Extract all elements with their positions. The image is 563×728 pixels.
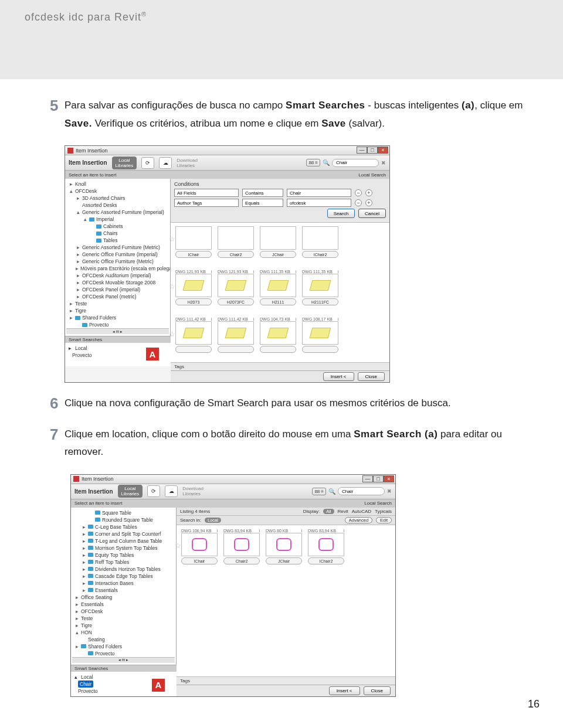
tree-item[interactable]: ▸Equity Top Tables (72, 552, 175, 559)
thumbnail[interactable]: DWG 121,93 KBiH2073FC (218, 270, 254, 305)
refresh-icon[interactable]: ⟳ (141, 157, 154, 169)
cloud-icon[interactable]: ☁ (159, 157, 172, 169)
insert-button[interactable]: Insert < (323, 372, 354, 381)
tree-item[interactable]: ▸OFCDesk Panel (imperial) (66, 286, 169, 293)
thumbnail[interactable]: DWG 111,35 KBiH2111FC (302, 270, 338, 305)
tree-item[interactable]: ▸Shared Folders (66, 314, 169, 321)
tree-item[interactable]: ▸Cascade Edge Top Tables (72, 573, 175, 580)
minimize-button[interactable]: — (357, 147, 367, 154)
smart-searches-list[interactable]: A ▸LocalProvecto (65, 343, 171, 366)
search-button[interactable]: Search (327, 209, 355, 218)
thumbnail[interactable]: Chair2 (218, 226, 254, 258)
thumbnail[interactable]: DWG 121,93 KBi☆H2073 (175, 270, 212, 305)
thumbnail[interactable]: ☆IChair (175, 226, 212, 258)
tree-item[interactable]: Seating (72, 636, 175, 643)
thumbnail[interactable]: IChair2 (302, 226, 338, 258)
tree-item[interactable]: ▸Corner and Split Top Counterf (72, 530, 175, 538)
cloud-icon[interactable]: ☁ (165, 485, 178, 497)
insert-button[interactable]: Insert < (329, 686, 360, 695)
minimize-button[interactable]: — (362, 475, 373, 482)
local-libraries-button[interactable]: Local Libraries (112, 157, 137, 169)
tree-item[interactable]: ▸C-Leg Base Tables (72, 523, 175, 530)
add-condition-icon[interactable]: + (365, 199, 372, 206)
display-autocad[interactable]: AutoCAD (352, 509, 371, 514)
tree-item[interactable]: Rounded Square Table (72, 516, 175, 523)
tree-item[interactable]: Square Table (72, 509, 175, 516)
tree-item[interactable]: ▸Essentials (72, 587, 175, 594)
close-button[interactable]: × (384, 475, 394, 482)
thumbnail[interactable]: DWG 111,42 KBi☆ (175, 317, 212, 353)
h-scrollbar[interactable]: ◂ m ▸ (72, 657, 175, 663)
tree-item[interactable]: ▴OFCDesk (66, 188, 169, 195)
tree-item[interactable]: ▴HON (72, 629, 175, 636)
tree-item[interactable]: ▸OFCDesk Auditorium (imperial) (66, 272, 169, 279)
thumbnail[interactable]: DWG 111,35 KBiH2111 (260, 270, 296, 305)
condition-op-select[interactable]: Contains (242, 189, 283, 197)
thumbnail[interactable]: JChair (260, 226, 296, 258)
tree-item[interactable]: ▸Essentials (72, 601, 175, 608)
thumbnail[interactable]: DWG 83,94 KBiIChair2 (308, 529, 344, 564)
condition-value-input[interactable] (287, 189, 351, 197)
star-icon[interactable]: ☆ (169, 235, 175, 243)
condition-field-select[interactable]: All Fields (174, 189, 239, 197)
clear-search-icon[interactable]: ✖ (381, 160, 386, 166)
maximize-button[interactable]: □ (373, 475, 384, 482)
advanced-button[interactable]: Advanced (345, 517, 372, 523)
maximize-button[interactable]: □ (367, 147, 378, 154)
h-scrollbar[interactable]: ◂ m ▸ (66, 328, 169, 334)
tree-item[interactable]: Chairs (66, 230, 169, 237)
searchin-value[interactable]: Local (205, 518, 221, 523)
tree-item[interactable]: Tables (66, 237, 169, 244)
star-icon[interactable]: ☆ (175, 542, 181, 550)
tree-item[interactable]: Assorted Desks (66, 202, 169, 209)
add-condition-icon[interactable]: + (365, 189, 372, 196)
tree-item[interactable]: ▸Knoll (66, 181, 169, 188)
thumbnail[interactable]: DWG 80 KBiJChair (266, 529, 302, 564)
display-all[interactable]: All (323, 509, 334, 514)
tree-item[interactable]: ▸T-Leg and Column Base Table (72, 538, 175, 545)
view-toggle[interactable]: 88≡ (306, 159, 320, 166)
tree-item[interactable]: ▸OFCDesk Movable Storage 2008 (66, 279, 169, 286)
condition-field-select[interactable]: Author Tags (174, 199, 239, 207)
close-app-button[interactable]: Close (364, 686, 391, 695)
view-toggle[interactable]: 88≡ (312, 488, 326, 495)
thumbnail[interactable]: DWG 83,94 KBiChair2 (223, 529, 260, 564)
tree-item[interactable]: ▸Morrison System Top Tables (72, 545, 175, 552)
tree-item[interactable]: ▴Imperial (66, 216, 169, 223)
close-button[interactable]: × (378, 147, 388, 154)
remove-condition-icon[interactable]: − (355, 199, 362, 206)
tree-item[interactable]: ▸OFCDesk Panel (metric) (66, 293, 169, 300)
tree-item[interactable]: ▸Reff Top Tables (72, 559, 175, 566)
thumbnail[interactable]: DWG 104,73 KBi (260, 317, 296, 353)
tree-item[interactable]: Provecto (66, 321, 169, 328)
close-app-button[interactable]: Close (358, 372, 385, 381)
tree-item[interactable]: ▸Móveis para Escritório (escala em poleg… (66, 265, 169, 272)
display-revit[interactable]: Revit (338, 509, 348, 514)
tree-item[interactable]: Cabinets (66, 223, 169, 230)
thumbnail[interactable]: DWG 111,42 KBi (218, 317, 254, 353)
library-tree[interactable]: Square TableRounded Square Table▸C-Leg B… (71, 508, 177, 665)
tree-item[interactable]: Provecto (72, 650, 175, 657)
local-libraries-button[interactable]: Local Libraries (118, 485, 143, 498)
tree-item[interactable]: ▸Dividends Horizon Top Tables (72, 566, 175, 573)
condition-value-input[interactable] (287, 199, 351, 207)
tree-item[interactable]: ▸Shared Folders (72, 643, 175, 650)
tree-item[interactable]: ▸Teste (72, 615, 175, 622)
thumbnail[interactable]: DWG 106,94 KBi☆IChair (181, 529, 218, 564)
tree-item[interactable]: ▴Generic Assorted Furniture (Imperial) (66, 209, 169, 216)
clear-search-icon[interactable]: ✖ (387, 488, 392, 494)
thumbnail[interactable]: DWG 108,17 KBi (302, 317, 338, 353)
edit-button[interactable]: Edit (376, 517, 392, 523)
tree-item[interactable]: ▸Tigre (66, 307, 169, 314)
star-icon[interactable]: ☆ (169, 330, 175, 338)
star-icon[interactable]: ☆ (169, 283, 175, 291)
tree-item[interactable]: ▸Office Seating (72, 594, 175, 601)
tree-item[interactable]: ▸Teste (66, 300, 169, 307)
library-tree[interactable]: ▸Knoll▴OFCDesk▸3D Assorted ChairsAssorte… (65, 179, 171, 336)
tree-item[interactable]: ▸Tigre (72, 622, 175, 629)
download-libraries[interactable]: Download Libraries (177, 158, 198, 168)
remove-condition-icon[interactable]: − (355, 189, 362, 196)
tree-item[interactable]: ▸OFCDesk (72, 608, 175, 615)
cancel-button[interactable]: Cancel (358, 209, 386, 218)
tree-item[interactable]: ▸Generic Assorted Furniture (Metric) (66, 244, 169, 251)
